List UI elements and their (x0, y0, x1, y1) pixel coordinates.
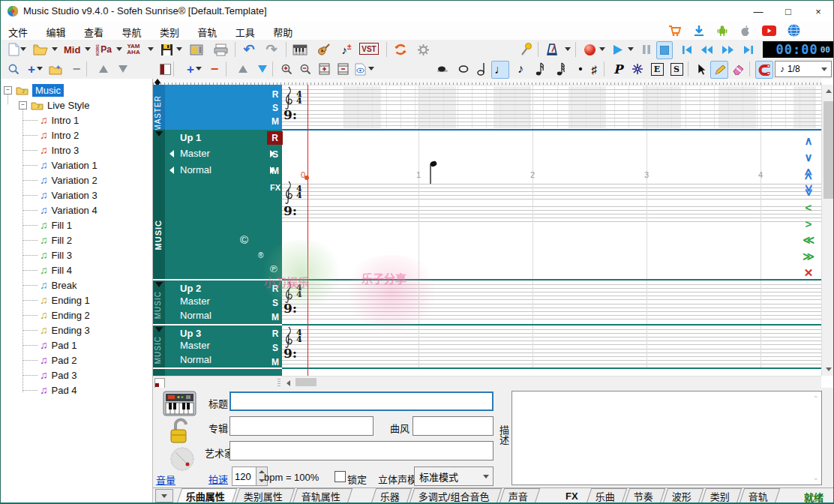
settings-gear-icon[interactable] (415, 41, 431, 58)
midi-import-dropdown[interactable] (85, 47, 91, 51)
up2-bass-staff[interactable] (282, 304, 821, 320)
menu-track[interactable]: 音轨 (190, 22, 224, 42)
up3-header[interactable]: Up 3 Master Normal RSM (165, 326, 282, 368)
tree-item-pad4[interactable]: ♫Pad 4 (40, 382, 76, 398)
master-header[interactable]: RSM (165, 85, 282, 130)
track-name[interactable]: Up 2 (180, 283, 201, 294)
save-dropdown[interactable] (176, 47, 182, 51)
menu-navigate[interactable]: 导航 (114, 22, 148, 42)
track-header-toggle-icon[interactable] (157, 61, 173, 77)
new-file-dropdown[interactable] (20, 47, 26, 51)
tree-item-intro2[interactable]: ♫Intro 2 (40, 128, 79, 142)
tab-song[interactable]: 乐曲 (586, 488, 628, 503)
zoom-out-icon[interactable] (297, 61, 314, 77)
track-name[interactable]: Up 1 (180, 132, 201, 143)
tab-track[interactable]: 音轨 (740, 488, 781, 503)
korg-import-dropdown[interactable] (116, 47, 122, 51)
tab-song-properties[interactable]: 乐曲属性 (177, 488, 238, 503)
record-dropdown[interactable] (599, 47, 605, 51)
tree-item-variation2[interactable]: ♫Variation 2 (40, 172, 98, 188)
tab-fx[interactable]: FX (557, 489, 590, 503)
undo-icon[interactable]: ↶ (241, 41, 257, 58)
collapse-triangle-icon[interactable] (155, 282, 163, 287)
tab-category-properties[interactable]: 类别属性 (235, 488, 296, 503)
snap-magnet-button[interactable] (755, 61, 773, 79)
tree-item-pad2[interactable]: ♫Pad 2 (40, 352, 76, 368)
splitter-grip[interactable] (278, 379, 280, 386)
tree-item-fill1[interactable]: ♫Fill 1 (40, 218, 72, 232)
tree-item-variation3[interactable]: ♫Variation 3 (40, 188, 98, 202)
maximize-button[interactable]: □ (773, 1, 803, 22)
arpeggio-star-icon[interactable] (629, 61, 646, 77)
tree-group-live-style[interactable]: − ♪ Live Style (19, 98, 89, 112)
up2-solo-button[interactable]: S (268, 296, 282, 310)
sound-module-icon[interactable] (188, 41, 205, 58)
up3-record-button[interactable]: R (268, 327, 282, 340)
tempo-lock-checkbox[interactable] (334, 471, 346, 482)
play-dropdown[interactable] (628, 47, 634, 51)
step-forward-button[interactable] (740, 41, 757, 58)
menu-help[interactable]: 帮助 (266, 22, 300, 42)
score-edit-button[interactable]: S (668, 61, 685, 77)
up3-bass-staff[interactable] (282, 349, 821, 364)
yamaha-import-button[interactable]: YAMAHA (125, 41, 142, 58)
android-icon[interactable] (716, 25, 728, 37)
apple-icon[interactable] (740, 25, 751, 37)
view-options-icon[interactable] (352, 61, 368, 77)
korg-import-button[interactable]: KORGPa (95, 41, 112, 58)
scroll-up-icon[interactable]: ⌃ (813, 394, 819, 403)
tree-move-up-button[interactable] (95, 61, 112, 77)
yamaha-import-dropdown[interactable] (148, 47, 154, 51)
stereo-mode-select[interactable]: 标准模式 (414, 466, 494, 486)
up2-treble-staff[interactable] (282, 284, 821, 300)
vertical-scrollbar[interactable] (821, 85, 834, 376)
up3-normal-selector[interactable]: Normal (170, 354, 274, 365)
genre-input[interactable] (412, 416, 494, 436)
menu-file[interactable]: 文件 (1, 22, 35, 42)
record-button[interactable] (581, 41, 598, 58)
view-options-dropdown[interactable] (368, 67, 374, 70)
tree-item-pad1[interactable]: ♫Pad 1 (40, 338, 76, 352)
tree-item-fill2[interactable]: ♫Fill 2 (40, 232, 72, 248)
microphone-icon[interactable] (518, 41, 535, 58)
collapse-expander-icon[interactable]: − (19, 101, 27, 110)
quarter-note-button[interactable]: ♩ (491, 61, 509, 79)
collapse-triangle-icon[interactable] (155, 131, 163, 136)
playhead[interactable] (308, 85, 308, 376)
tab-list-dropdown[interactable] (155, 489, 173, 502)
open-file-button[interactable] (32, 41, 49, 58)
move-up-button[interactable]: ∧ (798, 133, 819, 149)
up1-record-button[interactable]: R (267, 131, 283, 145)
up1-master-selector[interactable]: Master (170, 148, 274, 159)
up3-treble-staff[interactable] (282, 329, 821, 345)
tempo-input[interactable] (232, 466, 256, 486)
up1-mute-button[interactable]: M (268, 164, 282, 178)
globe-icon[interactable] (788, 24, 800, 37)
tab-multimode[interactable]: 多调式/组合音色 (410, 488, 502, 503)
sixteenth-note-button[interactable] (532, 61, 548, 77)
master-bass-staff[interactable] (282, 110, 821, 126)
tree-item-pad3[interactable]: ♫Pad 3 (40, 368, 76, 382)
pedal-button[interactable]: P (610, 61, 626, 77)
expand-tracks-icon[interactable] (316, 61, 332, 77)
tree-item-variation4[interactable]: ♫Variation 4 (40, 202, 98, 218)
collapse-triangle-icon[interactable] (155, 327, 163, 332)
open-file-dropdown[interactable] (52, 47, 58, 51)
up1-solo-button[interactable]: S (268, 148, 282, 161)
scrollbar-thumb[interactable] (296, 378, 316, 386)
overview-toggle-icon[interactable] (154, 378, 165, 388)
vst-plugin-button[interactable]: VST (359, 43, 379, 55)
pencil-tool-button[interactable] (710, 61, 728, 79)
track-name[interactable]: Up 3 (180, 328, 201, 339)
up1-treble-staff[interactable] (282, 184, 821, 200)
master-solo-button[interactable]: S (268, 101, 282, 115)
tab-sound[interactable]: 声音 (499, 488, 540, 503)
whole-note-button[interactable] (455, 61, 472, 77)
menu-tools[interactable]: 工具 (228, 22, 262, 42)
fast-forward-button[interactable] (719, 41, 736, 58)
youtube-icon[interactable] (762, 26, 776, 36)
move-left-button[interactable]: < (798, 199, 819, 215)
select-cursor-icon[interactable] (694, 61, 710, 77)
scrollbar-thumb[interactable] (824, 101, 833, 199)
title-input[interactable] (230, 392, 494, 411)
